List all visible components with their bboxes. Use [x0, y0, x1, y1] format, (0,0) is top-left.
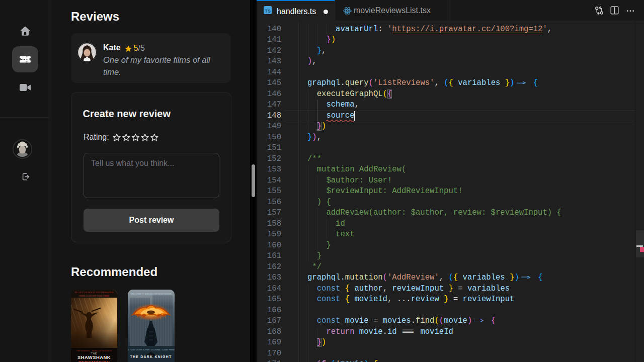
svg-text:SHAWSHANK: SHAWSHANK: [77, 354, 111, 360]
svg-text:HOPE CAN SET YOU FREE: HOPE CAN SET YOU FREE: [79, 295, 109, 297]
svg-text:REDEMPTION: REDEMPTION: [78, 360, 110, 362]
svg-text:BALE CAINE LEDGER ECKHART: BALE CAINE LEDGER ECKHART GYLLENHAAL OLD…: [128, 349, 175, 351]
svg-text:TIM ROBBINS MORGAN FREEMAN: TIM ROBBINS MORGAN FREEMAN: [76, 349, 112, 352]
svg-text:THE DARK KNIGHT: THE DARK KNIGHT: [130, 355, 172, 358]
svg-text:WELCOME TO A WORLD WITHOUT RUL: WELCOME TO A WORLD WITHOUT RULES: [131, 293, 172, 295]
svg-text:FEAR CAN HOLD YOU PRISONER: FEAR CAN HOLD YOU PRISONER: [74, 291, 114, 294]
